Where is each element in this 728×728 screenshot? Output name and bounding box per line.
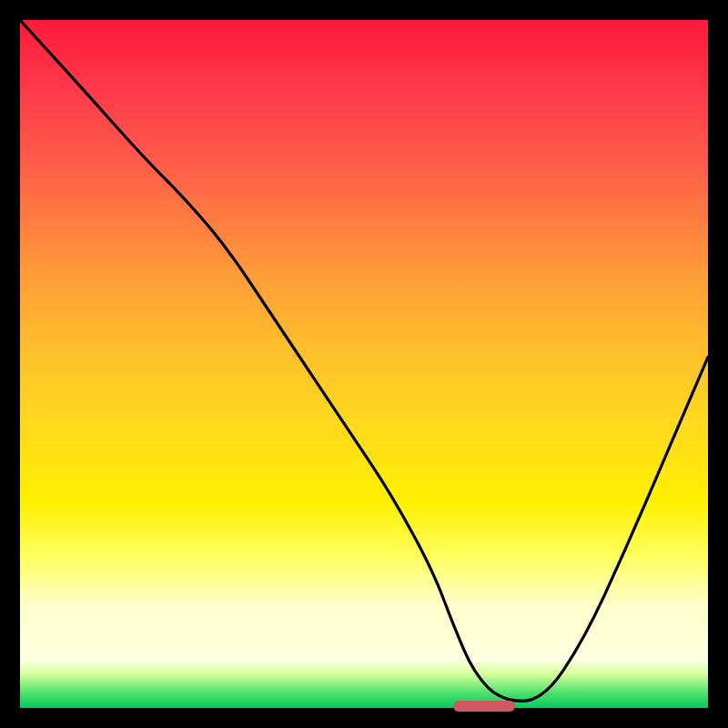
bottleneck-curve <box>20 20 708 708</box>
chart-frame: TheBottleneck.com <box>0 0 728 728</box>
optimal-range-marker <box>453 701 515 712</box>
chart-plot-area <box>20 20 708 708</box>
